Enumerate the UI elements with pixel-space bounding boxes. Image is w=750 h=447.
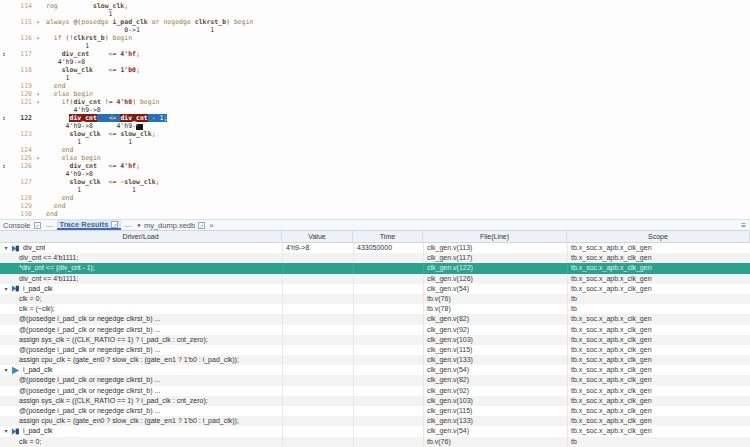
code-line[interactable]: 125▾ else begin: [0, 154, 750, 162]
trace-entry-row[interactable]: assign sys_clk = ((CLK_RATIO == 1) ? i_p…: [0, 335, 750, 345]
minimize-icon[interactable]: —: [124, 222, 131, 229]
line-number[interactable]: 122: [8, 114, 32, 122]
line-number[interactable]: 124: [8, 146, 32, 154]
line-number[interactable]: 118: [8, 66, 32, 74]
annotation-values: 1: [46, 10, 113, 18]
code-line[interactable]: 118 slow_clk <= 1'b0;: [0, 66, 750, 74]
code-line[interactable]: 120▾ else begin: [0, 90, 750, 98]
line-number[interactable]: 117: [8, 50, 32, 58]
line-number[interactable]: 128: [8, 194, 32, 202]
trace-entry-row[interactable]: div_cnt <= 4'b1111;clk_gen.v(126)tb.x_so…: [0, 274, 750, 284]
trace-group-row[interactable]: ▾i_pad_clkclk_gen.v(54)tb.x_soc.x_apb.x_…: [0, 365, 750, 375]
source-gutter: 115▾: [0, 18, 46, 26]
trace-entry-row[interactable]: clk = (~clk);tb.v(78)tb: [0, 304, 750, 314]
code-line[interactable]: 127 slow_clk <= ~slow_clk;: [0, 178, 750, 186]
trace-entry-row[interactable]: assign cpu_clk = (gate_en0 ? slow_clk : …: [0, 416, 750, 426]
annotation-line: 1: [0, 10, 750, 18]
code-line[interactable]: 128 end: [0, 194, 750, 202]
source-code-panel[interactable]: 114reg slow_clk; 1115▾always @(posedge i…: [0, 0, 750, 219]
source-code-lines: 114reg slow_clk; 1115▾always @(posedge i…: [0, 2, 750, 218]
tab-my-dump-xedb[interactable]: ●my_dump.xedb↗×: [134, 220, 217, 230]
code-line[interactable]: 123 slow_clk <= slow_clk;: [0, 130, 750, 138]
minimize-icon[interactable]: —: [47, 222, 54, 229]
line-number[interactable]: 129: [8, 202, 32, 210]
annotation-value: 4'h9->8: [46, 170, 93, 178]
row-expander[interactable]: ▾: [2, 426, 10, 436]
line-number[interactable]: 116: [8, 34, 32, 42]
annotation-line: 1: [0, 42, 750, 50]
code-line[interactable]: ↕122 div_cnt <= div_cnt - 1;: [0, 114, 750, 122]
trace-entry-row[interactable]: @(posedge i_pad_clk or negedge clkrst_b)…: [0, 345, 750, 355]
trace-entry-row[interactable]: clk = 0;tb.v(76)tb: [0, 437, 750, 447]
code-line[interactable]: 124 end: [0, 146, 750, 154]
scope-cell: tb.x_soc.x_apb.x_clk_gen: [567, 325, 750, 335]
column-header-file-line-[interactable]: File(Line): [423, 231, 567, 242]
trace-group-row[interactable]: ▾i_pad_clkclk_gen.v(54)tb.x_soc.x_apb.x_…: [0, 284, 750, 294]
row-expander[interactable]: ▾: [2, 243, 10, 253]
fold-arrow-icon[interactable]: ▾: [32, 34, 44, 42]
line-number[interactable]: 115: [8, 18, 32, 26]
tab-trace-results[interactable]: Trace Results↗: [57, 220, 122, 230]
line-number[interactable]: 127: [8, 178, 32, 186]
column-header-driver-load[interactable]: Driver/Load: [0, 231, 282, 242]
value-cell: [282, 253, 353, 263]
code-line[interactable]: 129 end: [0, 202, 750, 210]
scope-cell: tb.x_soc.x_apb.x_clk_gen: [567, 335, 750, 345]
driver-load-cell: assign cpu_clk = (gate_en0 ? slow_clk : …: [0, 355, 282, 365]
fold-arrow-icon[interactable]: ▾: [32, 98, 44, 106]
code-line[interactable]: 121▾ if(div_cnt != 4'h0) begin: [0, 98, 750, 106]
close-icon[interactable]: ×: [209, 221, 214, 230]
trace-group-row[interactable]: ▾i_pad_clkclk_gen.v(54)tb.x_soc.x_apb.x_…: [0, 426, 750, 436]
trace-entry-row[interactable]: div_cnt <= 4'b1111;clk_gen.v(117)tb.x_so…: [0, 253, 750, 263]
time-cell: [353, 274, 423, 284]
trace-entry-row[interactable]: @(posedge i_pad_clk or negedge clkrst_b)…: [0, 325, 750, 335]
trace-entry-row[interactable]: assign cpu_clk = (gate_en0 ? slow_clk : …: [0, 355, 750, 365]
time-cell: [353, 253, 423, 263]
code-line[interactable]: ↕117 div_cnt <= 4'hf;: [0, 50, 750, 58]
fold-arrow-icon[interactable]: ▾: [32, 18, 44, 26]
trace-entry-row[interactable]: @(posedge i_pad_clk or negedge clkrst_b)…: [0, 314, 750, 324]
code-line[interactable]: ↕126 div_cnt <= 4'hf;: [0, 162, 750, 170]
tab-console[interactable]: Console↗: [0, 220, 44, 230]
column-header-scope[interactable]: Scope: [567, 231, 750, 242]
scope-cell: tb: [567, 437, 750, 447]
trace-entry-row[interactable]: @(posedge i_pad_clk or negedge clkrst_b)…: [0, 406, 750, 416]
code-line[interactable]: 114reg slow_clk;: [0, 2, 750, 10]
source-gutter: [0, 122, 46, 130]
trace-entry-row[interactable]: assign sys_clk = ((CLK_RATIO == 1) ? i_p…: [0, 396, 750, 406]
driver-load-cell: ▾div_cnt: [0, 243, 282, 253]
trace-entry-row[interactable]: @(posedge i_pad_clk or negedge clkrst_b)…: [0, 386, 750, 396]
fold-arrow-icon[interactable]: ▾: [32, 90, 44, 98]
line-number[interactable]: 126: [8, 162, 32, 170]
code-line[interactable]: 130end: [0, 210, 750, 218]
row-expander[interactable]: ▾: [2, 284, 10, 294]
code-line[interactable]: 119 end: [0, 82, 750, 90]
statement-text: @(posedge i_pad_clk or negedge clkrst_b)…: [19, 314, 160, 324]
code-line[interactable]: 115▾always @(posedge i_pad_clk or negedg…: [0, 18, 750, 26]
trace-group-row[interactable]: ▾div_cnt4'h9->8433050000clk_gen.v(113)tb…: [0, 243, 750, 253]
annotation-line: 1 1: [0, 186, 750, 194]
signal-name: div_cnt: [23, 243, 45, 253]
row-expander[interactable]: ▾: [2, 365, 10, 375]
line-number[interactable]: 119: [8, 82, 32, 90]
column-header-value[interactable]: Value: [282, 231, 353, 242]
trace-entry-row[interactable]: *div_cnt <= (div_cnt - 1);clk_gen.v(122)…: [0, 263, 750, 273]
popout-icon[interactable]: ↗: [111, 221, 118, 228]
column-header-time[interactable]: Time: [353, 231, 423, 242]
line-number[interactable]: 120: [8, 90, 32, 98]
line-number[interactable]: 125: [8, 154, 32, 162]
panel-menu-icon[interactable]: ≡: [741, 221, 746, 230]
popout-icon[interactable]: ↗: [198, 222, 205, 229]
source-gutter: [0, 42, 46, 50]
trace-entry-row[interactable]: clk = 0;tb.v(76)tb: [0, 294, 750, 304]
line-number[interactable]: 121: [8, 98, 32, 106]
trace-entry-row[interactable]: @(posedge i_pad_clk or negedge clkrst_b)…: [0, 375, 750, 385]
fold-arrow-icon[interactable]: ▾: [32, 154, 44, 162]
line-number[interactable]: 130: [8, 210, 32, 218]
popout-icon[interactable]: ↗: [34, 222, 41, 229]
line-number[interactable]: 123: [8, 130, 32, 138]
time-cell: 433050000: [353, 243, 423, 253]
line-number[interactable]: 114: [8, 2, 32, 10]
code-line[interactable]: 116▾ if (!clkrst_b) begin: [0, 34, 750, 42]
value-cell: [282, 365, 353, 375]
